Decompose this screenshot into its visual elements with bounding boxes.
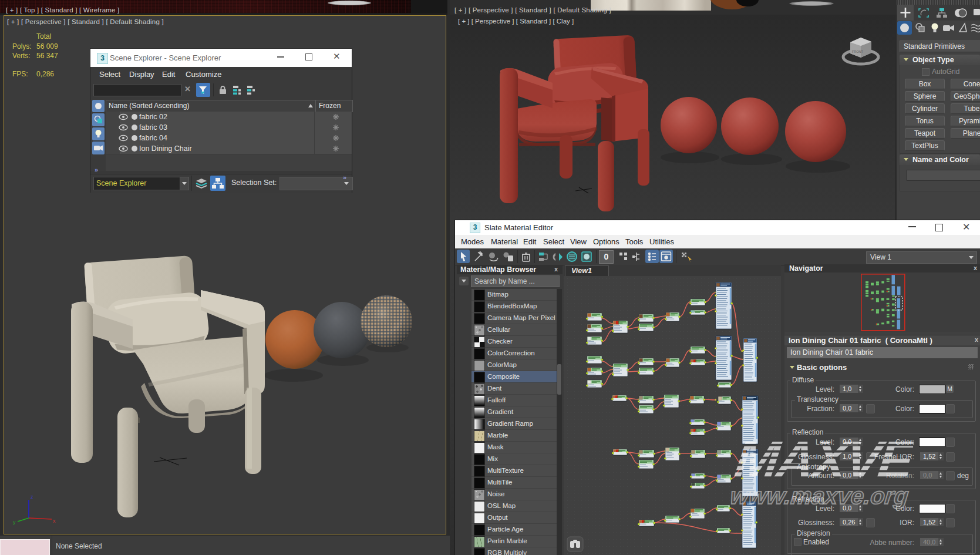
svg-text:z: z	[31, 494, 33, 500]
svg-text:y: y	[13, 519, 16, 525]
svg-text:FRONT: FRONT	[852, 50, 864, 53]
svg-text:x: x	[53, 518, 56, 524]
svg-text:[ + ] [ Perspective ] [ Standa: [ + ] [ Perspective ] [ Standard ] [ Cla…	[458, 18, 574, 25]
